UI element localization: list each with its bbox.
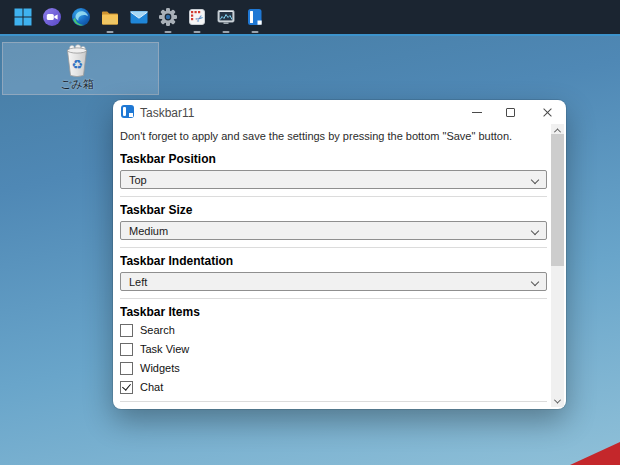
recycle-bin[interactable]: ♻ ごみ箱 — [42, 44, 112, 90]
file-explorer-button[interactable] — [95, 0, 124, 35]
search-checkbox-label: Search — [140, 324, 175, 336]
scrollbar[interactable] — [551, 124, 564, 407]
window-titlebar[interactable]: Taskbar11 — [113, 100, 566, 124]
indentation-dropdown[interactable]: Left — [120, 272, 547, 291]
minimize-button[interactable] — [462, 102, 492, 122]
maximize-button[interactable] — [495, 102, 525, 122]
chat-checkbox[interactable] — [120, 381, 133, 394]
indentation-value: Left — [129, 276, 147, 288]
start-button[interactable] — [8, 0, 37, 35]
chevron-down-icon — [531, 227, 539, 235]
checkbox-row-chat[interactable]: Chat — [120, 380, 547, 394]
search-checkbox[interactable] — [120, 324, 133, 337]
running-indicator — [193, 31, 200, 34]
settings-button[interactable] — [153, 0, 182, 35]
scrollbar-thumb[interactable] — [551, 134, 564, 266]
divider — [120, 401, 547, 402]
widgets-checkbox-label: Widgets — [140, 362, 180, 374]
divider — [120, 196, 547, 197]
section-heading-items: Taskbar Items — [120, 305, 547, 319]
snipping-tool-icon: ✂ — [187, 7, 207, 27]
section-heading-size: Taskbar Size — [120, 203, 547, 217]
task-view-checkbox-label: Task View — [140, 343, 189, 355]
teams-chat-button[interactable] — [37, 0, 66, 35]
scroll-down-button[interactable] — [551, 395, 564, 407]
chevron-down-icon — [554, 396, 561, 403]
task-manager-button[interactable] — [211, 0, 240, 35]
checkbox-row-widgets[interactable]: Widgets — [120, 361, 547, 375]
chevron-down-icon — [531, 278, 539, 286]
save-notice-text: Don't forget to apply and save the setti… — [120, 130, 547, 144]
checkbox-row-task-view[interactable]: Task View — [120, 342, 547, 356]
recycle-bin-icon: ♻ — [62, 44, 92, 78]
desktop: ✂ — [0, 0, 620, 465]
edge-icon — [71, 7, 91, 27]
section-heading-indentation: Taskbar Indentation — [120, 254, 547, 268]
section-heading-corner-icons: Taskbar Corner Icons — [120, 408, 547, 409]
file-explorer-icon — [100, 7, 120, 27]
window-app-icon — [121, 105, 134, 118]
checkbox-row-search[interactable]: Search — [120, 323, 547, 337]
task-view-checkbox[interactable] — [120, 343, 133, 356]
widgets-checkbox[interactable] — [120, 362, 133, 375]
chevron-down-icon — [531, 176, 539, 184]
wallpaper-red-accent — [570, 442, 620, 465]
position-dropdown[interactable]: Top — [120, 170, 547, 189]
running-indicator — [164, 31, 171, 34]
snipping-tool-button[interactable]: ✂ — [182, 0, 211, 35]
taskbar: ✂ — [0, 0, 620, 36]
window-title: Taskbar11 — [140, 106, 194, 120]
teams-chat-icon — [42, 7, 62, 27]
recycle-bin-label: ごみ箱 — [42, 78, 112, 90]
taskbar11-app-button[interactable] — [240, 0, 269, 35]
settings-gear-icon — [158, 7, 178, 27]
checkmark-icon — [122, 381, 131, 390]
running-indicator — [251, 31, 258, 34]
edge-button[interactable] — [66, 0, 95, 35]
position-value: Top — [129, 174, 147, 186]
running-indicator — [222, 31, 229, 34]
divider — [120, 298, 547, 299]
task-manager-icon — [216, 7, 236, 27]
size-dropdown[interactable]: Medium — [120, 221, 547, 240]
section-heading-position: Taskbar Position — [120, 152, 547, 166]
mail-icon — [129, 7, 149, 27]
running-indicator — [106, 31, 113, 34]
chat-checkbox-label: Chat — [140, 381, 163, 393]
minimize-icon — [472, 112, 482, 113]
close-icon — [542, 107, 553, 118]
taskbar11-window: Taskbar11 Don't forget to apply and save… — [113, 100, 566, 409]
close-button[interactable] — [532, 102, 562, 122]
divider — [120, 247, 547, 248]
maximize-icon — [506, 108, 515, 117]
mail-button[interactable] — [124, 0, 153, 35]
window-content: Don't forget to apply and save the setti… — [120, 124, 547, 409]
size-value: Medium — [129, 225, 168, 237]
svg-text:♻: ♻ — [71, 57, 83, 72]
taskbar11-app-icon — [245, 7, 265, 27]
recycle-bin-selection: ♻ ごみ箱 — [2, 42, 159, 95]
start-icon — [13, 7, 33, 27]
